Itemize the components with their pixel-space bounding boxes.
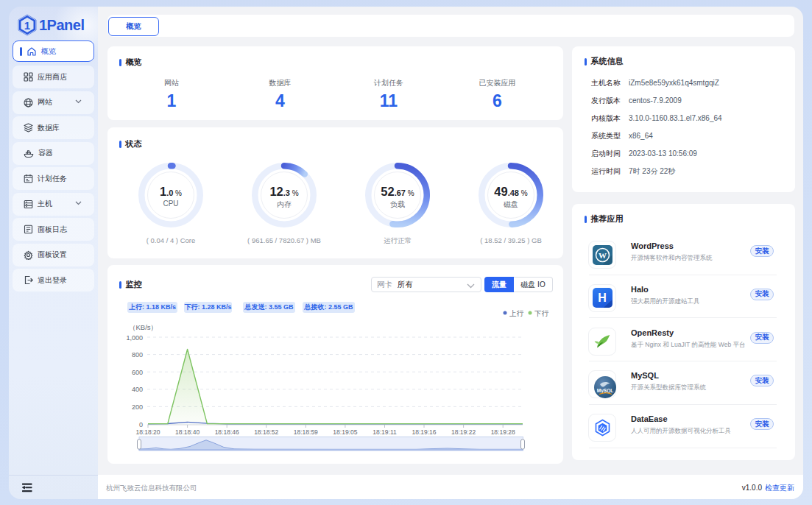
svg-text:0: 0 [139,421,143,428]
svg-text:（KB/s）: （KB/s） [129,323,158,331]
svg-text:18:18:46: 18:18:46 [215,428,239,436]
svg-text:18:19:28: 18:19:28 [491,428,515,436]
svg-text:18:18:59: 18:18:59 [294,428,318,436]
svg-text:W: W [599,251,607,260]
svg-text:18:19:11: 18:19:11 [373,428,397,436]
svg-text:18:18:52: 18:18:52 [254,428,278,436]
svg-text:上行: 上行 [509,309,524,317]
svg-text:18:18:40: 18:18:40 [175,428,200,436]
svg-text:200: 200 [132,403,143,411]
svg-text:18:19:05: 18:19:05 [333,428,357,436]
svg-text:下行: 下行 [534,309,549,317]
svg-text:18:19:22: 18:19:22 [451,428,476,436]
svg-text:18:18:20: 18:18:20 [135,428,160,436]
svg-text:1: 1 [24,19,30,32]
svg-text:600: 600 [132,369,143,376]
svg-text:1,000: 1,000 [126,334,143,342]
svg-text:800: 800 [132,351,143,359]
svg-text:400: 400 [132,386,143,393]
svg-text:18:19:16: 18:19:16 [412,428,436,436]
